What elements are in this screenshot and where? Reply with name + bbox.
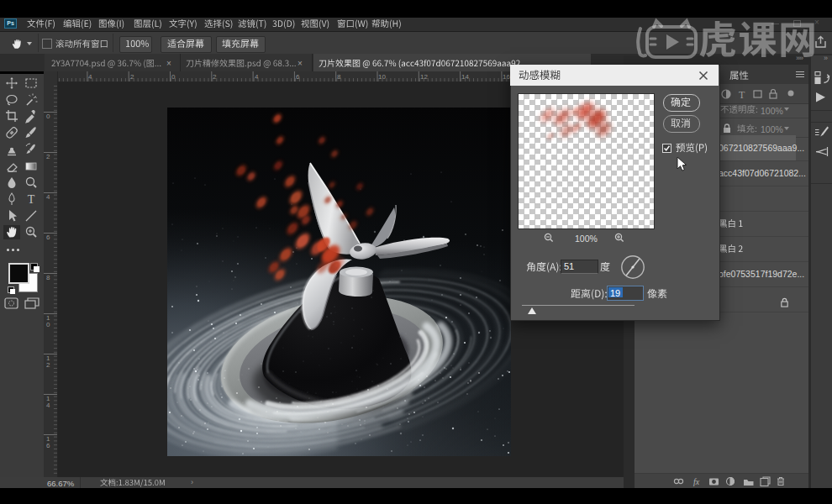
- svg-text:8: 8: [46, 274, 50, 281]
- svg-text:T: T: [739, 89, 745, 101]
- svg-text:2: 2: [46, 361, 50, 369]
- svg-text:T: T: [28, 193, 35, 206]
- svg-text:6: 6: [46, 234, 50, 241]
- svg-text:0: 0: [46, 321, 50, 328]
- svg-text:2: 2: [46, 153, 50, 160]
- svg-text:0: 0: [46, 113, 50, 120]
- svg-text:fx: fx: [693, 477, 700, 486]
- svg-text:6: 6: [46, 442, 50, 449]
- svg-text:4: 4: [46, 402, 50, 409]
- svg-text:4: 4: [46, 193, 50, 201]
